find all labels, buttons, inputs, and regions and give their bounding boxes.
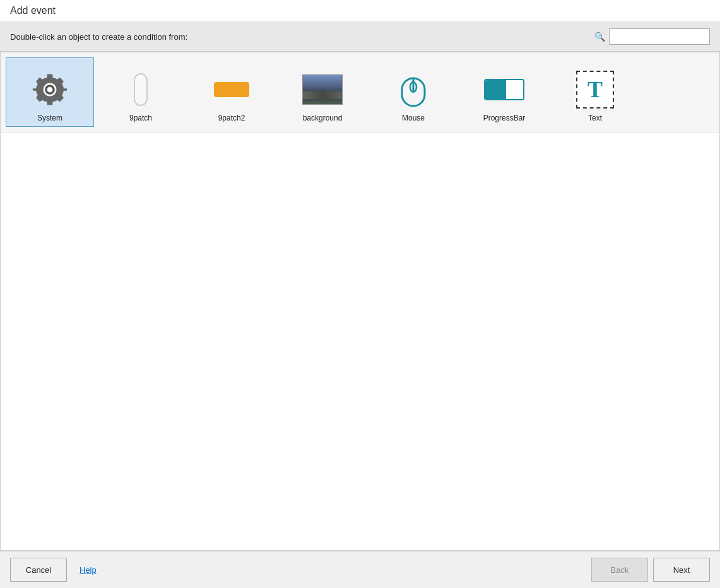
object-item-text[interactable]: T Text [551, 57, 639, 127]
cancel-button[interactable]: Cancel [10, 558, 67, 582]
object-item-9patch[interactable]: 9patch [97, 57, 185, 127]
progressbar-icon [484, 69, 524, 110]
object-item-background[interactable]: background [278, 57, 367, 127]
add-event-dialog: Add event Double-click an object to crea… [0, 0, 720, 588]
instruction-text: Double-click an object to create a condi… [10, 32, 594, 42]
content-area: System 9patch 9patch2 b [0, 52, 720, 551]
object-label-9patch: 9patch [129, 114, 152, 122]
mouse-icon [393, 69, 434, 110]
back-button[interactable]: Back [591, 558, 648, 582]
pill-icon [121, 69, 161, 110]
object-item-system[interactable]: System [6, 57, 94, 127]
empty-area [1, 132, 719, 550]
background-icon [302, 69, 343, 110]
object-label-background: background [303, 114, 343, 122]
object-label-text: Text [588, 114, 602, 122]
next-button[interactable]: Next [653, 558, 710, 582]
objects-grid: System 9patch 9patch2 b [1, 52, 719, 132]
object-item-progressbar[interactable]: ProgressBar [460, 57, 548, 127]
dialog-title: Add event [10, 5, 710, 16]
svg-point-2 [47, 87, 53, 93]
text-icon: T [575, 69, 615, 110]
object-item-9patch2[interactable]: 9patch2 [187, 57, 276, 127]
object-label-system: System [37, 114, 62, 122]
title-bar: Add event [0, 0, 720, 22]
search-icon: 🔍 [594, 32, 605, 42]
instruction-bar: Double-click an object to create a condi… [0, 22, 720, 52]
object-label-progressbar: ProgressBar [483, 114, 526, 122]
footer: Cancel Help Back Next [0, 551, 720, 588]
search-input[interactable] [609, 28, 710, 45]
gear-icon [30, 69, 70, 110]
footer-right-buttons: Back Next [591, 558, 710, 582]
help-button[interactable]: Help [74, 565, 102, 575]
object-label-9patch2: 9patch2 [218, 114, 245, 122]
object-label-mouse: Mouse [402, 114, 425, 122]
orange-bar-icon [211, 69, 252, 110]
search-area: 🔍 [594, 28, 710, 45]
object-item-mouse[interactable]: Mouse [369, 57, 457, 127]
